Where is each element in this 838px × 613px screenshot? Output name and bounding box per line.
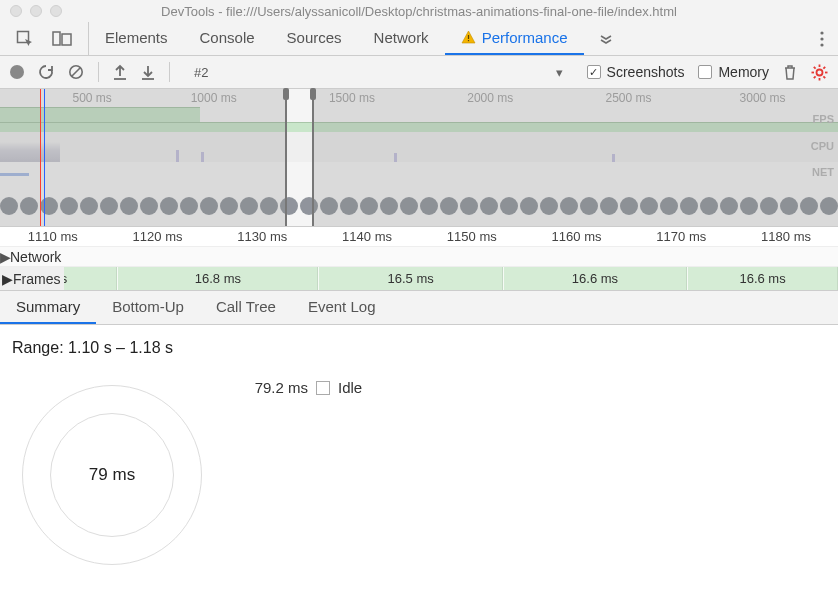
clear-button[interactable] <box>68 64 84 80</box>
legend-name: Idle <box>338 379 362 396</box>
summary-donut: 79 ms <box>22 385 202 565</box>
tab-label: Console <box>200 29 255 46</box>
subtab-bottom-up[interactable]: Bottom-Up <box>96 291 200 324</box>
frame-cell[interactable]: 16.8 ms <box>117 267 318 290</box>
legend-item-idle: 79.2 ms Idle <box>242 379 362 396</box>
detail-tabs: Summary Bottom-Up Call Tree Event Log <box>0 291 838 325</box>
tab-network[interactable]: Network <box>358 22 445 55</box>
tab-sources[interactable]: Sources <box>271 22 358 55</box>
subtab-summary[interactable]: Summary <box>0 291 96 324</box>
tab-label: Elements <box>105 29 168 46</box>
ruler-tick: 1140 ms <box>342 229 392 244</box>
overview-selection[interactable] <box>285 89 314 226</box>
record-icon <box>10 65 24 79</box>
tab-label: Sources <box>287 29 342 46</box>
close-dot[interactable] <box>10 5 22 17</box>
window-title: DevTools - file:///Users/alyssanicoll/De… <box>0 4 838 19</box>
reload-record-button[interactable] <box>38 64 54 80</box>
ruler-tick: 1160 ms <box>552 229 602 244</box>
checkbox-label: Memory <box>718 64 769 80</box>
row-label: Frames <box>13 271 60 287</box>
legend-swatch <box>316 381 330 395</box>
summary-panel: Range: 1.10 s – 1.18 s 79 ms 79.2 ms Idl… <box>0 325 838 579</box>
ruler-tick: 1150 ms <box>447 229 497 244</box>
svg-line-9 <box>72 68 81 77</box>
tab-performance[interactable]: Performance <box>445 22 584 55</box>
tab-label: Network <box>374 29 429 46</box>
frame-cell[interactable]: 16.6 ms <box>503 267 687 290</box>
device-toggle-icon[interactable] <box>52 31 72 47</box>
profile-selector[interactable]: #2 ▾ <box>188 60 573 84</box>
network-row[interactable]: ▶ Network <box>0 247 838 267</box>
timeline-ruler: 1110 ms1120 ms1130 ms1140 ms1150 ms1160 … <box>0 227 838 247</box>
svg-point-12 <box>817 69 823 75</box>
performance-toolbar: #2 ▾ Screenshots Memory <box>0 56 838 89</box>
tab-console[interactable]: Console <box>184 22 271 55</box>
svg-point-6 <box>820 37 823 40</box>
warning-icon <box>461 30 476 45</box>
tab-label: Performance <box>482 29 568 46</box>
ruler-tick: 1120 ms <box>133 229 183 244</box>
separator <box>169 62 170 82</box>
row-label: Network <box>10 249 61 265</box>
window-titlebar: DevTools - file:///Users/alyssanicoll/De… <box>0 0 838 22</box>
frame-cell[interactable]: 16.6 ms <box>687 267 838 290</box>
svg-rect-3 <box>468 35 469 39</box>
selection-handle-right[interactable] <box>310 88 316 100</box>
frames-row[interactable]: ms16.8 ms16.5 ms16.6 ms16.6 ms ▶ Frames <box>0 267 838 291</box>
zoom-dot[interactable] <box>50 5 62 17</box>
range-label: Range: 1.10 s – 1.18 s <box>12 339 826 357</box>
checkbox-icon <box>587 65 601 79</box>
subtab-event-log[interactable]: Event Log <box>292 291 392 324</box>
legend-value: 79.2 ms <box>242 379 308 396</box>
checkbox-icon <box>698 65 712 79</box>
ruler-tick: 1130 ms <box>237 229 287 244</box>
svg-rect-1 <box>53 32 60 45</box>
devtools-menu-button[interactable] <box>806 31 838 47</box>
ruler-tick: 1110 ms <box>28 229 78 244</box>
screenshots-checkbox[interactable]: Screenshots <box>587 64 685 80</box>
svg-rect-4 <box>468 40 469 41</box>
inspect-element-icon[interactable] <box>16 30 34 48</box>
expand-icon[interactable]: ▶ <box>0 249 10 265</box>
profile-name: #2 <box>188 65 208 80</box>
svg-point-7 <box>820 43 823 46</box>
ruler-tick: 1180 ms <box>761 229 811 244</box>
svg-line-20 <box>823 66 825 68</box>
svg-line-18 <box>823 76 825 78</box>
frame-cell[interactable]: 16.5 ms <box>318 267 502 290</box>
memory-checkbox[interactable]: Memory <box>698 64 769 80</box>
minimize-dot[interactable] <box>30 5 42 17</box>
record-button[interactable] <box>10 65 24 79</box>
dropdown-icon: ▾ <box>556 65 573 80</box>
ruler-tick: 1170 ms <box>656 229 706 244</box>
tabs-overflow-button[interactable] <box>584 22 628 55</box>
traffic-lights <box>10 5 62 17</box>
capture-settings-button[interactable] <box>811 64 828 81</box>
playhead-blue <box>44 89 45 226</box>
save-profile-button[interactable] <box>141 64 155 80</box>
tab-elements[interactable]: Elements <box>89 22 184 55</box>
separator <box>98 62 99 82</box>
playhead-red <box>40 89 41 226</box>
expand-icon[interactable]: ▶ <box>2 271 13 287</box>
main-tabs: Elements Console Sources Network Perform… <box>89 22 806 55</box>
checkbox-label: Screenshots <box>607 64 685 80</box>
subtab-call-tree[interactable]: Call Tree <box>200 291 292 324</box>
svg-point-5 <box>820 31 823 34</box>
devtools-tabbar: Elements Console Sources Network Perform… <box>0 22 838 56</box>
svg-line-17 <box>814 66 816 68</box>
overview-pane[interactable]: 500 ms1000 ms1500 ms2000 ms2500 ms3000 m… <box>0 89 838 227</box>
overview-unselected <box>314 89 838 226</box>
donut-center: 79 ms <box>22 385 202 565</box>
selection-handle-left[interactable] <box>283 88 289 100</box>
svg-line-19 <box>814 76 816 78</box>
timeline-pane[interactable]: 1110 ms1120 ms1130 ms1140 ms1150 ms1160 … <box>0 227 838 291</box>
overview-unselected <box>0 89 285 226</box>
svg-rect-2 <box>62 34 71 45</box>
inspect-controls <box>0 22 89 55</box>
load-profile-button[interactable] <box>113 64 127 80</box>
collect-garbage-button[interactable] <box>783 64 797 80</box>
